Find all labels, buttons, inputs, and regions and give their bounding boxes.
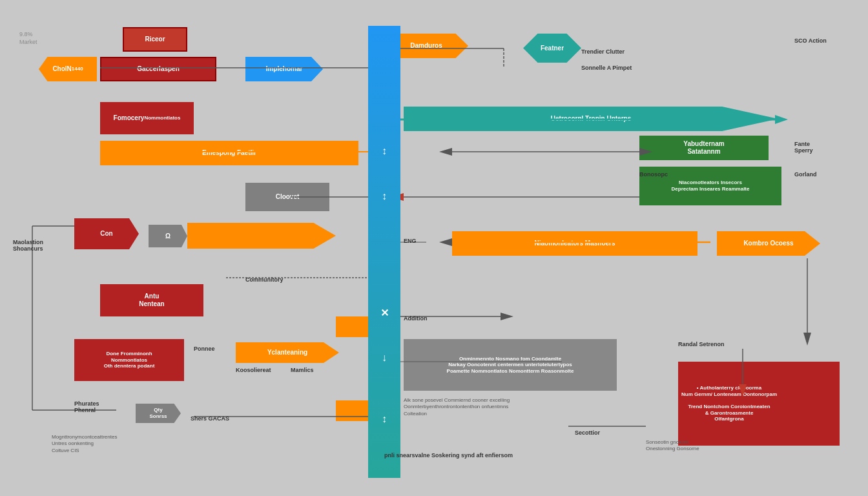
koosoliereat-label: Koosoliereat <box>236 367 271 373</box>
gorland-label: Gorland <box>794 171 817 178</box>
diagram-container: 9.8% Market Riceor CholN1440 Gaccerlaspe… <box>0 0 868 496</box>
mamlics-label: Mamlics <box>291 367 314 373</box>
antu-shape: AntuNentean <box>100 284 203 316</box>
gaccerlaspen-shape: Gaccerlaspen <box>100 57 216 81</box>
randal-label: Randal Setrenon <box>678 341 725 347</box>
market-label: Market <box>19 39 37 45</box>
bottom-right-label: Sonseotin gnokornOnestonning Gonsorne <box>646 439 699 453</box>
addition-label: Addition <box>404 315 428 322</box>
bonosopc-label: Bonosopc <box>639 171 668 178</box>
qty-shape: QtySonrss <box>136 404 181 423</box>
ponnee-label: Ponnee <box>194 346 215 352</box>
communitory-label: Communitory <box>245 276 284 283</box>
bar-icon-5: ↕ <box>368 413 400 425</box>
kombro-shape: Kombro Ocoess <box>717 231 820 256</box>
sco-action-label: SCO Action <box>794 37 827 44</box>
bar-icon-2: ↕ <box>368 191 400 202</box>
bar-icon-3: ✕ <box>368 307 400 319</box>
featner-shape: Featner <box>523 34 581 63</box>
done-fromminonh-shape: Done FromminonhNommontlatosOth denntera … <box>74 339 184 381</box>
uetrocornl-shape: Uetrocornl Tronin Unterps <box>404 107 778 131</box>
large-orange-arrow <box>187 223 336 249</box>
yabudternam-shape: YabudternamSatatannm <box>639 136 769 160</box>
onminmennto-shape: Onminmennto Nosmano fom CoondamlteNarkay… <box>404 339 617 391</box>
bar-icon-1: ↕ <box>368 145 400 157</box>
cloovet-shape: Cloovet <box>245 183 329 211</box>
svg-marker-7 <box>439 148 452 156</box>
bottom-center-text: pnli snearsvalne Soskering synd aft enfi… <box>384 452 513 459</box>
small-gray-shape: Ω <box>149 225 187 247</box>
yclanteaning-shape: Yclanteaning <box>236 342 339 363</box>
sonnelle-label: Sonnelle A Pimpet <box>581 65 632 71</box>
autholanterry-shape: • Autholanterry clopoorma Num Gernm/ Lon… <box>678 362 840 446</box>
emespong-shape: Emespong Faetlir <box>100 141 358 165</box>
svg-marker-17 <box>501 313 513 320</box>
svg-marker-4 <box>775 115 788 124</box>
percent-label: 9.8% <box>19 31 33 37</box>
trendier-label: Trendier Clutter <box>581 48 625 55</box>
choln-shape: CholN1440 <box>39 57 97 81</box>
maolastion-label: MaolastionShoancurs <box>13 239 43 252</box>
bottom-left-text: MognttronymcontceattrentesUntres oonkent… <box>52 434 117 454</box>
maintenance-machines-shape: Niaomonleators Masnoers <box>452 231 698 256</box>
alk-some-label: Alk sone posevel Commiernd cooner excell… <box>404 397 510 417</box>
fomocery-shape: FomoceryNommontlatos <box>100 102 194 134</box>
implehomar-shape: Implehomar <box>245 57 323 81</box>
shers-label: Shers GACAS <box>191 415 229 422</box>
bar-icon-4: ↓ <box>368 352 400 364</box>
svg-marker-28 <box>803 333 811 346</box>
phurates-label: PhuratesPhenral <box>74 400 99 413</box>
central-bar <box>368 26 400 478</box>
eng-label: ENG <box>404 238 417 244</box>
svg-marker-14 <box>439 238 452 246</box>
con-shape: Con <box>74 218 139 249</box>
secottior-label: Secottior <box>575 429 600 436</box>
fante-label: FanteSperry <box>794 141 813 154</box>
riceor-shape: Riceor <box>123 27 187 52</box>
